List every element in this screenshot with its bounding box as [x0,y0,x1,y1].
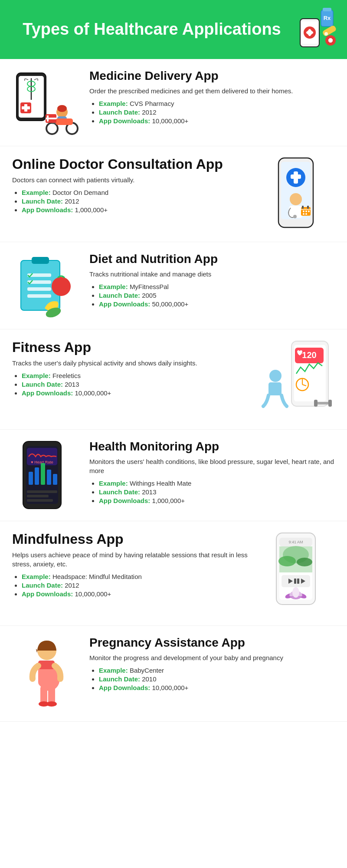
mindfulness-image: 9:41 AM [257,531,335,618]
mindfulness-svg: 9:41 AM [263,531,328,618]
diet-nutrition-image [12,252,82,321]
list-item: App Downloads: 1,000,000+ [99,497,335,504]
svg-rect-77 [41,463,45,485]
svg-point-11 [324,32,328,36]
svg-rect-79 [53,474,57,485]
svg-rect-81 [27,495,49,497]
svg-rect-9 [306,32,313,34]
svg-rect-30 [56,118,73,125]
svg-rect-55 [27,287,51,291]
list-item: App Downloads: 10,000,000+ [22,389,249,397]
section-pregnancy: Pregnancy Assistance App Monitor the pro… [0,626,347,722]
medicine-delivery-desc: Order the prescribed medicines and get t… [89,86,335,95]
svg-rect-68 [315,402,331,404]
svg-rect-23 [22,106,30,109]
fitness-list: Example: Freeletics Launch Date: 2013 Ap… [12,372,249,397]
list-item: Example: BabyCenter [99,667,335,674]
fitness-title: Fitness App [12,339,249,355]
svg-rect-69 [314,400,318,407]
svg-rect-38 [291,174,301,179]
svg-rect-93 [294,579,296,584]
svg-point-46 [303,210,304,212]
svg-rect-52 [32,257,49,264]
svg-point-39 [290,193,302,205]
svg-rect-43 [302,206,304,209]
list-item: App Downloads: 10,000,000+ [22,590,249,598]
list-item: Example: MyFitnessPal [99,283,335,290]
svg-point-49 [303,213,304,215]
svg-rect-14 [328,39,333,42]
health-monitoring-content: Health Monitoring App Monitors the users… [89,439,335,506]
svg-rect-75 [29,472,33,485]
medicine-delivery-image [12,69,82,138]
fitness-svg: 120 [259,339,333,421]
section-health-monitoring: ♥ Heart Rate Health Monitoring App Monit… [0,430,347,521]
section-diet-nutrition: Diet and Nutrition App Tracks nutritiona… [0,242,347,329]
svg-point-47 [305,210,307,212]
list-item: Launch Date: 2012 [22,582,249,589]
diet-nutrition-content: Diet and Nutrition App Tracks nutritiona… [89,252,335,309]
fitness-image: 120 [257,339,335,421]
health-monitoring-image: ♥ Heart Rate [12,439,82,513]
svg-rect-33 [46,118,56,119]
health-monitoring-svg: ♥ Heart Rate [16,439,77,513]
medicine-delivery-svg [14,69,79,138]
medicine-delivery-content: Medicine Delivery App Order the prescrib… [89,69,335,126]
online-doctor-content: Online Doctor Consultation App Doctors c… [12,156,249,215]
fitness-inner: Fitness App Tracks the user's daily phys… [12,339,335,421]
svg-point-101 [292,587,299,598]
svg-point-90 [297,558,312,566]
list-item: App Downloads: 10,000,000+ [99,684,335,691]
mindfulness-desc: Helps users achieve peace of mind by hav… [12,550,249,569]
online-doctor-desc: Doctors can connect with patients virtua… [12,175,249,184]
list-item: App Downloads: 50,000,000+ [99,300,335,308]
pregnancy-svg [14,635,79,713]
online-doctor-title: Online Doctor Consultation App [12,156,249,172]
page-title: Types of Healthcare Applications [9,20,295,39]
mindfulness-content: Mindfulness App Helps users achieve peac… [12,531,249,599]
medicine-delivery-title: Medicine Delivery App [89,69,335,83]
svg-rect-44 [307,206,309,209]
svg-rect-67 [268,382,282,395]
pregnancy-content: Pregnancy Assistance App Monitor the pro… [89,635,335,693]
list-item: Example: Doctor On Demand [22,189,249,196]
svg-text:120: 120 [302,350,316,360]
svg-point-50 [305,213,307,215]
section-online-doctor: Online Doctor Consultation App Doctors c… [0,146,347,242]
svg-point-41 [293,215,297,218]
svg-text:Rx: Rx [324,15,331,21]
svg-point-57 [52,277,71,296]
section-fitness: Fitness App Tracks the user's daily phys… [0,329,347,430]
svg-rect-82 [27,499,53,502]
list-item: Example: Headspace: Mindful Meditation [22,573,249,580]
mindfulness-list: Example: Headspace: Mindful Meditation L… [12,573,249,598]
fitness-content: Fitness App Tracks the user's daily phys… [12,339,249,398]
mindfulness-title: Mindfulness App [12,531,249,547]
list-item: Launch Date: 2012 [22,197,249,205]
section-medicine-delivery: Medicine Delivery App Order the prescrib… [0,59,347,146]
list-item: Example: CVS Pharmacy [99,100,335,107]
online-doctor-inner: Online Doctor Consultation App Doctors c… [12,156,335,234]
diet-nutrition-svg [14,252,79,321]
online-doctor-svg [265,156,326,234]
svg-point-109 [46,701,57,707]
list-item: Launch Date: 2005 [99,292,335,299]
list-item: Example: Freeletics [22,372,249,379]
header-decoration: Rx [299,8,338,51]
health-monitoring-list: Example: Withings Health Mate Launch Dat… [89,480,335,504]
svg-rect-1 [323,8,331,11]
svg-point-27 [46,123,58,134]
svg-point-66 [269,370,282,382]
diet-nutrition-title: Diet and Nutrition App [89,252,335,266]
list-item: Launch Date: 2010 [99,675,335,683]
pregnancy-image [12,635,82,713]
list-item: Launch Date: 2012 [99,108,335,116]
online-doctor-image [257,156,335,234]
svg-rect-78 [47,470,51,485]
online-doctor-list: Example: Doctor On Demand Launch Date: 2… [12,189,249,214]
list-item: Launch Date: 2013 [22,381,249,388]
svg-rect-45 [301,209,311,210]
header: Types of Healthcare Applications Rx [0,0,347,59]
svg-rect-76 [35,467,39,485]
svg-rect-94 [297,579,299,584]
